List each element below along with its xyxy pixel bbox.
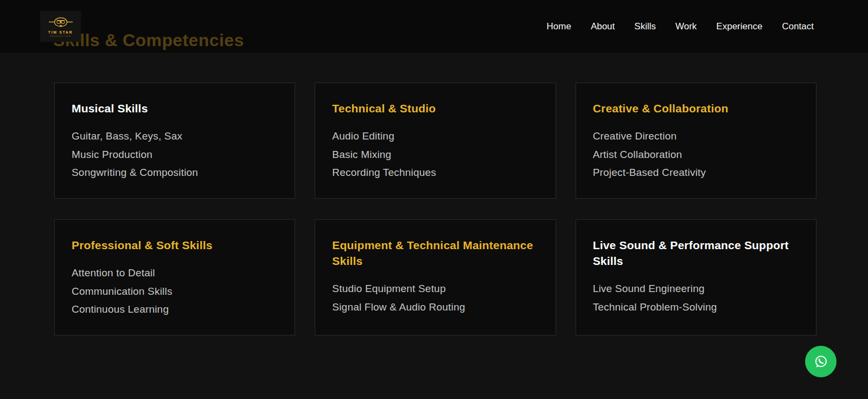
skill-item: Attention to Detail <box>72 264 278 282</box>
skill-card-title: Live Sound & Performance Support Skills <box>593 237 800 269</box>
main-nav: HomeAboutSkillsWorkExperienceContact <box>547 21 814 32</box>
skill-item: Creative Direction <box>593 127 800 145</box>
nav-item-home[interactable]: Home <box>547 21 571 32</box>
nav-item-about[interactable]: About <box>591 21 615 32</box>
skill-item: Recording Techniques <box>332 163 539 182</box>
nav-item-work[interactable]: Work <box>675 21 697 32</box>
skill-card-title: Musical Skills <box>72 100 278 116</box>
skill-card-title: Professional & Soft Skills <box>72 237 278 253</box>
skill-item: Audio Editing <box>332 127 539 145</box>
whatsapp-button[interactable] <box>805 346 837 377</box>
skill-item: Technical Problem-Solving <box>593 298 800 316</box>
skill-item: Communication Skills <box>72 282 278 301</box>
nav-item-skills[interactable]: Skills <box>634 21 656 32</box>
brand-logo[interactable]: TIM STAR PRODUCTION <box>40 11 81 42</box>
skill-item: Music Production <box>72 145 278 164</box>
skill-card: Creative & CollaborationCreative Directi… <box>576 83 816 199</box>
skill-item: Signal Flow & Audio Routing <box>332 298 539 316</box>
site-header: TIM STAR PRODUCTION HomeAboutSkillsWorkE… <box>0 0 868 53</box>
skill-card: Professional & Soft SkillsAttention to D… <box>54 219 295 335</box>
skill-card-items: Attention to DetailCommunication SkillsC… <box>72 264 278 319</box>
brand-name: TIM STAR <box>48 30 73 34</box>
sunglasses-icon <box>48 16 73 30</box>
skill-item: Continuous Learning <box>72 300 278 319</box>
skill-card: Live Sound & Performance Support SkillsL… <box>576 219 816 335</box>
brand-subtitle: PRODUCTION <box>50 35 71 37</box>
skill-item: Artist Collaboration <box>593 145 800 164</box>
skill-item: Live Sound Engineering <box>593 280 800 298</box>
skill-card-title: Technical & Studio <box>332 100 539 116</box>
skill-item: Project-Based Creativity <box>593 163 800 182</box>
skill-item: Studio Equipment Setup <box>332 280 539 298</box>
skill-card-items: Studio Equipment SetupSignal Flow & Audi… <box>332 280 539 316</box>
nav-item-experience[interactable]: Experience <box>716 21 762 32</box>
skills-grid: Musical SkillsGuitar, Bass, Keys, SaxMus… <box>54 83 816 335</box>
nav-item-contact[interactable]: Contact <box>782 21 814 32</box>
skill-card-title: Creative & Collaboration <box>593 100 800 116</box>
skill-card-title: Equipment & Technical Maintenance Skills <box>332 237 539 269</box>
skill-card: Equipment & Technical Maintenance Skills… <box>315 219 556 335</box>
skill-card-items: Guitar, Bass, Keys, SaxMusic ProductionS… <box>72 127 278 182</box>
skill-card-items: Audio EditingBasic MixingRecording Techn… <box>332 127 539 182</box>
skill-card: Musical SkillsGuitar, Bass, Keys, SaxMus… <box>54 83 295 199</box>
skill-item: Songwriting & Composition <box>72 163 278 182</box>
skill-card-items: Live Sound EngineeringTechnical Problem-… <box>593 280 800 316</box>
skill-card: Technical & StudioAudio EditingBasic Mix… <box>315 83 556 199</box>
skill-item: Guitar, Bass, Keys, Sax <box>72 127 278 145</box>
skill-item: Basic Mixing <box>332 145 539 164</box>
whatsapp-icon <box>813 353 829 370</box>
skill-card-items: Creative DirectionArtist CollaborationPr… <box>593 127 800 182</box>
